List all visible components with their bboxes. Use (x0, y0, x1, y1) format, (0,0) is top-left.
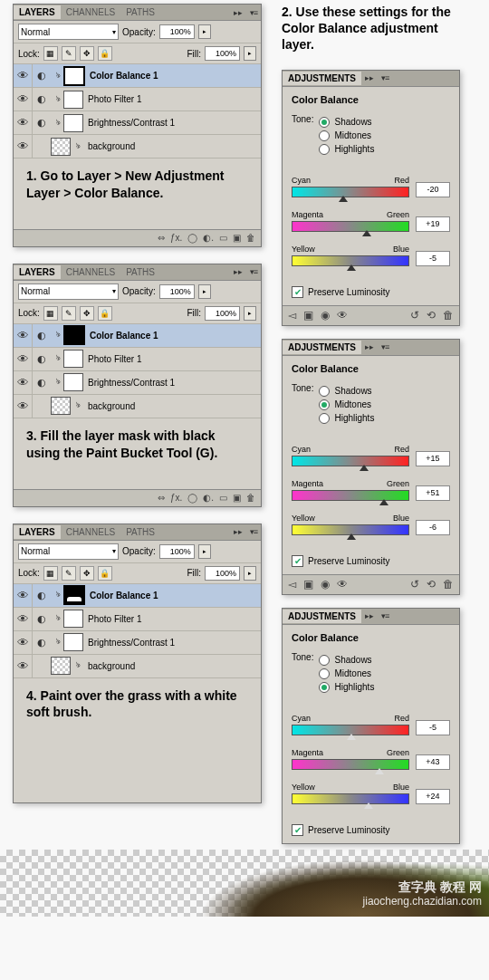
collapse-icon[interactable]: ▸▸ (361, 73, 378, 82)
clip-icon[interactable]: ▣ (303, 309, 313, 322)
fill-input[interactable]: 100% (205, 306, 240, 321)
magenta-green-value[interactable]: +43 (416, 754, 450, 770)
fx-icon[interactable]: ƒx. (170, 493, 182, 503)
mask-thumb[interactable] (63, 66, 85, 86)
tab-layers[interactable]: LAYERS (14, 265, 61, 279)
opacity-flyout-icon[interactable]: ▸ (198, 24, 211, 39)
layer-photo-filter[interactable]: 👁 ◐ ঌ Photo Filter 1 (14, 88, 261, 111)
magenta-green-slider[interactable] (292, 221, 409, 232)
magenta-green-slider[interactable] (292, 759, 409, 770)
visibility-icon[interactable]: 👁 (17, 399, 29, 413)
magenta-green-value[interactable]: +51 (416, 485, 450, 501)
tab-channels[interactable]: CHANNELS (61, 525, 120, 539)
opacity-input[interactable]: 100% (159, 284, 195, 299)
mask-icon[interactable]: ◯ (187, 493, 197, 503)
layer-thumb[interactable] (51, 657, 71, 675)
trash-icon[interactable]: 🗑 (246, 233, 255, 243)
yellow-blue-slider[interactable] (292, 255, 409, 266)
visibility-icon[interactable]: 👁 (17, 92, 29, 106)
fill-flyout-icon[interactable]: ▸ (244, 46, 256, 61)
layer-background[interactable]: 👁 ঌ background (14, 395, 261, 418)
fill-flyout-icon[interactable]: ▸ (244, 306, 256, 321)
opacity-flyout-icon[interactable]: ▸ (198, 284, 211, 299)
visibility-icon[interactable]: 👁 (17, 352, 29, 366)
fill-input[interactable]: 100% (205, 566, 240, 581)
tab-layers[interactable]: LAYERS (14, 5, 61, 19)
layer-thumb[interactable] (51, 397, 71, 415)
reset-prev-icon[interactable]: ↺ (410, 578, 419, 591)
lock-position-icon[interactable]: ✥ (80, 306, 94, 321)
opacity-input[interactable]: 100% (159, 544, 195, 559)
reset-default-icon[interactable]: ⟲ (427, 578, 436, 591)
collapse-icon[interactable]: ▸▸ (361, 342, 378, 351)
view-previous-icon[interactable]: ◉ (321, 309, 330, 322)
fill-input[interactable]: 100% (205, 46, 240, 61)
radio-midtones[interactable] (319, 130, 330, 141)
back-icon[interactable]: ◅ (288, 309, 296, 322)
cyan-red-slider[interactable] (292, 187, 409, 197)
opacity-flyout-icon[interactable]: ▸ (198, 544, 211, 559)
panel-menu-icon[interactable]: ▾≡ (378, 342, 392, 351)
yellow-blue-value[interactable]: +24 (416, 789, 450, 804)
radio-midtones[interactable] (319, 399, 330, 410)
radio-midtones[interactable] (319, 668, 330, 679)
lock-image-icon[interactable]: ✎ (62, 46, 76, 61)
visibility-icon[interactable]: 👁 (337, 309, 348, 322)
fill-adj-icon[interactable]: ◐. (203, 493, 214, 503)
lock-transparent-icon[interactable]: ▦ (43, 46, 58, 61)
trash-icon[interactable]: 🗑 (246, 493, 255, 503)
layer-thumb[interactable] (51, 138, 71, 156)
mask-thumb-painted[interactable] (63, 585, 85, 605)
layer-color-balance[interactable]: 👁 ◐ ঌ Color Balance 1 (14, 584, 261, 608)
reset-default-icon[interactable]: ⟲ (427, 309, 436, 322)
radio-shadows[interactable] (319, 117, 330, 128)
panel-menu-icon[interactable]: ▾≡ (378, 611, 392, 620)
yellow-blue-value[interactable]: -5 (416, 251, 450, 266)
clip-icon[interactable]: ▣ (303, 578, 313, 591)
lock-position-icon[interactable]: ✥ (80, 46, 94, 61)
blend-mode-select[interactable]: Normal (18, 24, 119, 40)
tab-paths[interactable]: PATHS (120, 5, 160, 19)
layer-brightness-contrast[interactable]: 👁 ◐ ঌ Brightness/Contrast 1 (14, 111, 261, 135)
lock-position-icon[interactable]: ✥ (80, 566, 94, 581)
lock-all-icon[interactable]: 🔒 (98, 306, 112, 321)
panel-menu-icon[interactable]: ▾≡ (246, 527, 261, 536)
yellow-blue-slider[interactable] (292, 524, 409, 535)
magenta-green-slider[interactable] (292, 490, 409, 501)
collapse-icon[interactable]: ▸▸ (230, 267, 246, 276)
visibility-icon[interactable]: 👁 (17, 69, 29, 82)
new-layer-icon[interactable]: ▣ (233, 493, 241, 503)
cyan-red-value[interactable]: +15 (416, 451, 450, 466)
visibility-icon[interactable]: 👁 (17, 659, 29, 673)
preserve-luminosity-checkbox[interactable]: ✔ (292, 555, 303, 567)
blend-mode-select[interactable]: Normal (18, 543, 119, 560)
preserve-luminosity-checkbox[interactable]: ✔ (292, 824, 303, 836)
cyan-red-value[interactable]: -5 (416, 720, 450, 735)
tab-adjustments[interactable]: ADJUSTMENTS (283, 72, 361, 85)
link-layers-icon[interactable]: ⇔ (158, 233, 165, 243)
collapse-icon[interactable]: ▸▸ (230, 527, 246, 536)
cyan-red-slider[interactable] (292, 456, 409, 466)
mask-thumb[interactable] (63, 114, 83, 132)
group-icon[interactable]: ▭ (219, 233, 227, 243)
panel-menu-icon[interactable]: ▾≡ (246, 8, 261, 17)
blend-mode-select[interactable]: Normal (18, 283, 119, 300)
mask-icon[interactable]: ◯ (187, 233, 197, 243)
mask-thumb[interactable] (63, 350, 83, 368)
layer-background[interactable]: 👁 ঌ background (14, 655, 261, 678)
radio-shadows[interactable] (319, 386, 330, 397)
tab-adjustments[interactable]: ADJUSTMENTS (283, 341, 361, 354)
layer-background[interactable]: 👁 ঌ background (14, 135, 261, 159)
tab-paths[interactable]: PATHS (120, 265, 160, 279)
lock-image-icon[interactable]: ✎ (62, 306, 76, 321)
tab-channels[interactable]: CHANNELS (61, 265, 120, 279)
lock-all-icon[interactable]: 🔒 (98, 566, 112, 581)
visibility-icon[interactable]: 👁 (17, 116, 29, 130)
fill-flyout-icon[interactable]: ▸ (244, 566, 256, 581)
mask-thumb[interactable] (63, 610, 83, 628)
mask-thumb[interactable] (63, 373, 83, 391)
back-icon[interactable]: ◅ (288, 578, 296, 591)
mask-thumb-black[interactable] (63, 325, 85, 345)
trash-icon[interactable]: 🗑 (443, 309, 454, 322)
radio-shadows[interactable] (319, 655, 330, 666)
